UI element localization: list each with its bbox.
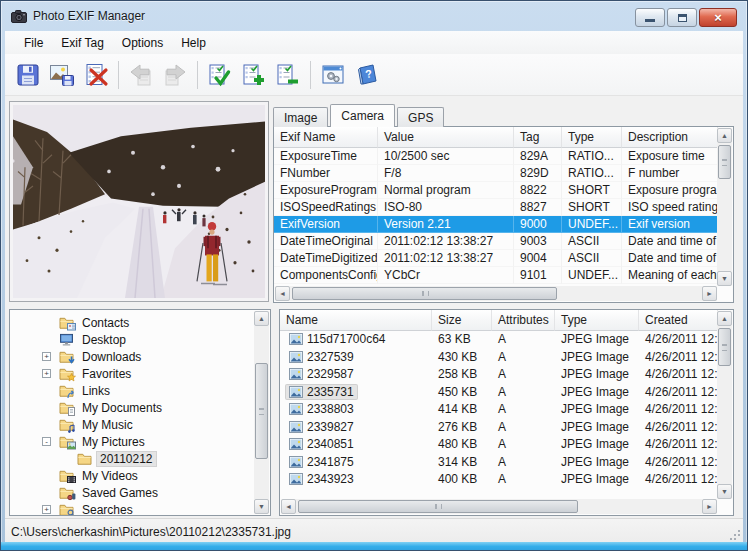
maximize-button[interactable]: [667, 8, 697, 27]
file-row-2338803[interactable]: 2338803414 KBAJPEG Image4/26/2011 12:: [280, 401, 718, 419]
tab-gps[interactable]: GPS: [397, 107, 444, 127]
file-column-attributes[interactable]: Attributes: [492, 310, 555, 331]
tab-camera[interactable]: Camera: [330, 104, 395, 127]
exif-column-tag[interactable]: Tag: [514, 127, 562, 148]
scroll-left-icon[interactable]: ◄: [281, 499, 296, 514]
tree-item-downloads[interactable]: +Downloads: [10, 348, 254, 365]
file-row-2335731[interactable]: 2335731450 KBAJPEG Image4/26/2011 12:: [280, 384, 718, 402]
save-image-button[interactable]: [45, 58, 79, 92]
exif-row-exifversion[interactable]: ExifVersionVersion 2.219000UNDEF...Exif …: [274, 216, 718, 233]
file-row-2343923[interactable]: 2343923400 KBAJPEG Image4/26/2011 12:: [280, 471, 718, 489]
tree-item-my-music[interactable]: My Music: [10, 416, 254, 433]
list-plus-icon: [241, 63, 267, 87]
collapse-icon[interactable]: -: [42, 437, 51, 446]
menu-file[interactable]: File: [15, 33, 52, 53]
file-vscroll-thumb[interactable]: [718, 328, 731, 366]
tree-vscroll-thumb[interactable]: [255, 363, 268, 459]
exif-vertical-scrollbar[interactable]: ▲ ▼: [717, 128, 732, 286]
file-row-2327539[interactable]: 2327539430 KBAJPEG Image4/26/2011 12:: [280, 349, 718, 367]
links-folder-icon: [59, 384, 74, 397]
scroll-up-icon[interactable]: ▲: [717, 128, 732, 143]
folder-icon: [77, 452, 92, 465]
jpeg-file-icon: [289, 333, 303, 345]
add-tag-button[interactable]: [237, 58, 271, 92]
exif-row-datetimedigitized[interactable]: DateTimeDigitized2011:02:12 13:38:279004…: [274, 250, 718, 267]
scroll-down-icon[interactable]: ▼: [717, 271, 732, 286]
minimize-button[interactable]: [635, 8, 665, 27]
file-row-2329587[interactable]: 2329587258 KBAJPEG Image4/26/2011 12:: [280, 366, 718, 384]
help-button[interactable]: ?: [350, 58, 384, 92]
searches-folder-icon: [59, 503, 74, 516]
expand-icon[interactable]: +: [42, 505, 51, 514]
tab-image[interactable]: Image: [273, 107, 328, 127]
exif-row-isospeedratings[interactable]: ISOSpeedRatingsISO-808827SHORTISO speed …: [274, 199, 718, 216]
file-row-2341875[interactable]: 2341875314 KBAJPEG Image4/26/2011 12:: [280, 454, 718, 472]
expand-icon[interactable]: +: [42, 369, 51, 378]
tree-vertical-scrollbar[interactable]: ▲ ▼: [254, 311, 269, 514]
file-row-115d71700c64[interactable]: 115d71700c6463 KBAJPEG Image4/26/2011 12…: [280, 331, 718, 349]
documents-folder-icon: [59, 401, 74, 414]
toolbar-separator: [197, 61, 198, 89]
remove-tag-button[interactable]: [271, 58, 305, 92]
tree-item-searches[interactable]: +Searches: [10, 501, 254, 516]
exif-column-value[interactable]: Value: [378, 127, 514, 148]
scroll-down-icon[interactable]: ▼: [717, 484, 732, 499]
file-column-name[interactable]: Name: [280, 310, 432, 331]
save-button[interactable]: [11, 58, 45, 92]
resize-grip-icon[interactable]: [738, 538, 740, 540]
exif-column-exif-name[interactable]: Exif Name: [274, 127, 378, 148]
menu-help[interactable]: Help: [172, 33, 215, 53]
exif-horizontal-scrollbar[interactable]: ◄ ►: [275, 286, 717, 301]
title-bar[interactable]: Photo EXIF Manager ×: [1, 1, 747, 31]
tree-item-saved-games[interactable]: Saved Games: [10, 484, 254, 501]
tab-strip: ImageCameraGPS: [273, 104, 446, 127]
scroll-right-icon[interactable]: ►: [702, 286, 717, 301]
close-button[interactable]: ×: [699, 8, 737, 27]
file-horizontal-scrollbar[interactable]: ◄ ►: [281, 499, 717, 514]
file-column-created[interactable]: Created: [639, 310, 718, 331]
scroll-right-icon[interactable]: ►: [702, 499, 717, 514]
tree-item-favorites[interactable]: +Favorites: [10, 365, 254, 382]
back-button[interactable]: [124, 58, 158, 92]
exif-row-exposuretime[interactable]: ExposureTime10/2500 sec829ARATIO...Expos…: [274, 148, 718, 165]
client-area: FileExif TagOptionsHelp: [5, 31, 743, 542]
exif-row-fnumber[interactable]: FNumberF/8829DRATIO...F number: [274, 165, 718, 182]
tree-item-contacts[interactable]: Contacts: [10, 314, 254, 331]
window-gears-icon: [320, 63, 346, 87]
forward-button[interactable]: [158, 58, 192, 92]
scroll-left-icon[interactable]: ◄: [275, 286, 290, 301]
tree-item-links[interactable]: Links: [10, 382, 254, 399]
tree-item-20110212[interactable]: 20110212: [10, 450, 254, 467]
tree-item-my-videos[interactable]: My Videos: [10, 467, 254, 484]
scroll-up-icon[interactable]: ▲: [254, 311, 269, 326]
scroll-down-icon[interactable]: ▼: [254, 499, 269, 514]
help-book-icon: ?: [354, 63, 380, 87]
file-row-2340851[interactable]: 2340851480 KBAJPEG Image4/26/2011 12:: [280, 436, 718, 454]
apply-tags-button[interactable]: [203, 58, 237, 92]
expand-icon[interactable]: +: [42, 352, 51, 361]
file-row-2339827[interactable]: 2339827276 KBAJPEG Image4/26/2011 12:: [280, 419, 718, 437]
menu-exif-tag[interactable]: Exif Tag: [52, 33, 112, 53]
tree-item-my-documents[interactable]: My Documents: [10, 399, 254, 416]
exif-vscroll-thumb[interactable]: [718, 145, 731, 179]
scroll-up-icon[interactable]: ▲: [717, 311, 732, 326]
exif-column-description[interactable]: Description: [622, 127, 718, 148]
exif-row-exposureprogram[interactable]: ExposureProgramNormal program8822SHORTEx…: [274, 182, 718, 199]
exif-row-datetimeoriginal[interactable]: DateTimeOriginal2011:02:12 13:38:279003A…: [274, 233, 718, 250]
jpeg-file-icon: [289, 351, 303, 363]
file-hscroll-thumb[interactable]: [298, 500, 578, 513]
exif-row-componentsconfig-[interactable]: ComponentsConfig...YCbCr9101UNDEF...Mean…: [274, 267, 718, 284]
exif-column-type[interactable]: Type: [562, 127, 622, 148]
delete-exif-button[interactable]: [79, 58, 113, 92]
floppy-save-icon: [15, 63, 41, 87]
exif-hscroll-thumb[interactable]: [292, 287, 557, 300]
file-vertical-scrollbar[interactable]: ▲ ▼: [717, 311, 732, 499]
file-list-header: NameSizeAttributesTypeCreated: [280, 310, 718, 331]
menu-options[interactable]: Options: [113, 33, 172, 53]
tree-item-my-pictures[interactable]: -My Pictures: [10, 433, 254, 450]
file-column-size[interactable]: Size: [432, 310, 492, 331]
photo-preview: [9, 101, 269, 302]
options-button[interactable]: [316, 58, 350, 92]
file-column-type[interactable]: Type: [555, 310, 639, 331]
tree-item-desktop[interactable]: Desktop: [10, 331, 254, 348]
